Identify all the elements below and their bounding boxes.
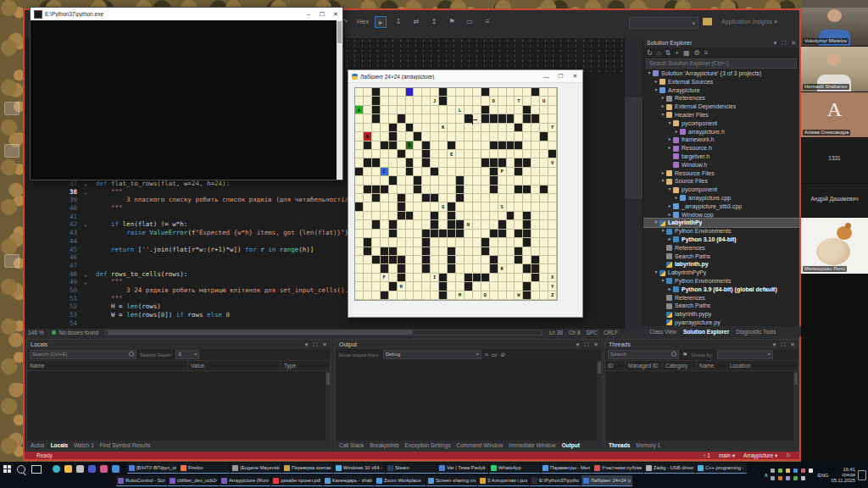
tree-item[interactable]: ▸Resource Files — [643, 169, 799, 178]
tree-item[interactable]: References — [643, 244, 799, 252]
toolbar-dropdown[interactable] — [629, 17, 698, 29]
sync-icon[interactable]: ⇅ — [665, 49, 671, 57]
taskbar-button[interactable]: Firefox — [179, 463, 230, 474]
issues-status[interactable]: No issues found — [58, 329, 98, 336]
repo-selector[interactable]: Arraypicture ▾ — [743, 452, 777, 459]
tree-item[interactable]: ▾LabyrinthPy — [643, 219, 799, 227]
tree-item[interactable]: ▸Python 3.10 (64-bit) — [643, 236, 799, 244]
desktop-icon[interactable] — [4, 102, 19, 115]
panel-tab[interactable]: Command Window — [456, 442, 503, 448]
tray-icon[interactable] — [771, 469, 775, 473]
tray-icon[interactable] — [793, 476, 798, 480]
tree-item[interactable]: ▾Source Files — [643, 177, 799, 186]
participant-tile[interactable]: AАлієва Олександра — [801, 92, 868, 137]
panel-tab[interactable]: Immediate Window — [509, 442, 555, 448]
taskbar-button[interactable]: WhatsApp — [489, 463, 540, 474]
maximize-button[interactable]: ☐ — [315, 11, 329, 18]
tree-item[interactable]: ▾LabyrinthPyPy — [643, 269, 799, 277]
tree-item[interactable]: ▾Arraypicture — [643, 86, 799, 95]
hex-toggle[interactable]: Hex — [357, 16, 369, 28]
taskbar-button[interactable]: Параметры - Мело... — [541, 463, 592, 474]
solution-explorer-search[interactable]: Search Solution Explorer (Ctrl+;) — [646, 58, 797, 69]
pending-changes[interactable]: ↑ 1 — [703, 452, 710, 459]
taskbar-button[interactable]: Zadig - USB driver i... — [644, 463, 695, 474]
wrap-icon[interactable]: ▭ — [492, 352, 498, 358]
refresh-icon[interactable]: ↻ — [647, 49, 653, 57]
taskbar-button[interactable]: Участники публикац... — [593, 463, 643, 474]
comment-icon[interactable]: ▭ — [464, 16, 476, 28]
close-button[interactable]: ✕ — [329, 11, 342, 18]
participant-tile[interactable]: Мелешушко Реліс — [801, 218, 868, 274]
tray-icon[interactable] — [786, 476, 790, 480]
minimize-button[interactable]: – — [302, 11, 315, 17]
language-indicator[interactable]: ENG — [817, 473, 828, 478]
panel-tab[interactable]: Output — [562, 442, 580, 448]
tray-icon[interactable] — [778, 469, 782, 473]
taskbar-button[interactable]: C++ programing - ... — [696, 463, 747, 474]
tree-item[interactable]: ▸arraypicture.h — [643, 128, 799, 136]
branch-selector[interactable]: main ▾ — [719, 452, 735, 459]
tree-item[interactable]: ▾Header Files — [643, 111, 799, 119]
clock[interactable]: 16:41 среда 05.11.2025 — [831, 467, 855, 484]
tree-item[interactable]: ▸_arraypicture_stb3.cpp — [643, 202, 799, 211]
panel-window-buttons[interactable]: ▾ ⛶ ✕ — [774, 38, 798, 47]
taskbar-button[interactable]: Лабіринт 24×24 (arra... — [581, 475, 632, 486]
editor-minimap[interactable] — [624, 38, 643, 329]
flag-icon[interactable]: ⚑ — [682, 352, 687, 358]
panel-tab[interactable]: Breakpoints — [370, 442, 398, 448]
panel-window-buttons[interactable]: ▾ ⛶ ✕ — [305, 340, 329, 349]
notification-center-icon[interactable] — [858, 470, 866, 480]
stop-icon[interactable]: ⊘ — [500, 352, 505, 358]
home-icon[interactable]: ⌂ — [657, 49, 661, 57]
start-button[interactable] — [3, 465, 11, 473]
participant-tile[interactable]: Андрій Дашакевич — [801, 184, 868, 217]
step-into-icon[interactable]: ↧ — [392, 16, 404, 28]
panel-tab[interactable]: Exception Settings — [405, 442, 451, 448]
defender-icon[interactable] — [112, 465, 120, 473]
group-by-select[interactable] — [717, 350, 773, 359]
tree-item[interactable]: Search Paths — [643, 302, 799, 310]
participant-tile[interactable]: 1331 — [801, 138, 868, 183]
output-body[interactable] — [336, 360, 602, 441]
taskbar-button[interactable]: Windows 10 x64 - V... — [334, 463, 385, 474]
tray-icon[interactable] — [778, 476, 782, 480]
search-depth-select[interactable]: 3 — [175, 350, 199, 359]
tree-item[interactable]: Search Paths — [643, 252, 799, 261]
preview-icon[interactable]: ≡ — [704, 49, 709, 57]
spaces-indicator[interactable]: SPC — [587, 329, 598, 336]
tree-item[interactable]: References — [643, 294, 799, 302]
horizontal-scrollbar[interactable] — [105, 330, 542, 336]
participant-tile[interactable]: Hennadii Shabanov — [801, 47, 868, 92]
tree-item[interactable]: ▸References — [643, 94, 799, 103]
tree-item[interactable]: labyrinth.pypy — [643, 310, 799, 319]
taskbar-button[interactable]: Календарь - zhaban... — [323, 475, 374, 486]
tree-item[interactable]: Window.h — [643, 161, 799, 169]
maximize-button[interactable]: ☐ — [554, 73, 568, 80]
scrollbar[interactable] — [793, 371, 798, 441]
taskbar-button[interactable]: Перевірка контактів — [282, 463, 333, 474]
tree-item[interactable]: ▾Python Environments — [643, 277, 799, 286]
eol-indicator[interactable]: CRLF — [604, 329, 618, 336]
folder-icon[interactable] — [703, 18, 712, 25]
tray-icon[interactable] — [786, 469, 790, 473]
tray-icon[interactable] — [771, 476, 775, 480]
tray-icon[interactable] — [793, 469, 798, 473]
panel-tab[interactable]: Watch 1 — [74, 442, 94, 448]
panel-tab[interactable]: Class View — [649, 329, 676, 335]
taskbar-button[interactable]: Var | Тема Pavlyk | ... — [437, 463, 488, 474]
code-line[interactable]: 54 — [25, 319, 624, 328]
console-output[interactable] — [31, 20, 337, 180]
application-insights-button[interactable]: Application Insights ▾ — [721, 19, 777, 25]
tree-item[interactable]: ▸arraypicture.cpp — [643, 194, 799, 202]
notifications-icon[interactable]: ⚐ — [786, 452, 791, 459]
labyrinth-title-bar[interactable]: Лабіринт 24×24 (arraypicture) — ☐ ✕ — [348, 70, 582, 83]
taskbar-button[interactable]: Steam — [386, 463, 437, 474]
tree-item[interactable]: ▸Python 3.9 (64-bit) (global default) — [643, 286, 799, 294]
tray-icon[interactable] — [801, 476, 805, 480]
properties-icon[interactable]: ⚙ — [693, 49, 699, 57]
desktop-icon[interactable] — [4, 144, 19, 158]
add-icon[interactable]: + — [675, 49, 679, 57]
panel-tab[interactable]: Diagnostic Tools — [736, 329, 776, 335]
tray-expand-icon[interactable]: ∧ — [764, 472, 768, 479]
locals-search-input[interactable]: Search (Ctrl+E) — [30, 350, 136, 359]
